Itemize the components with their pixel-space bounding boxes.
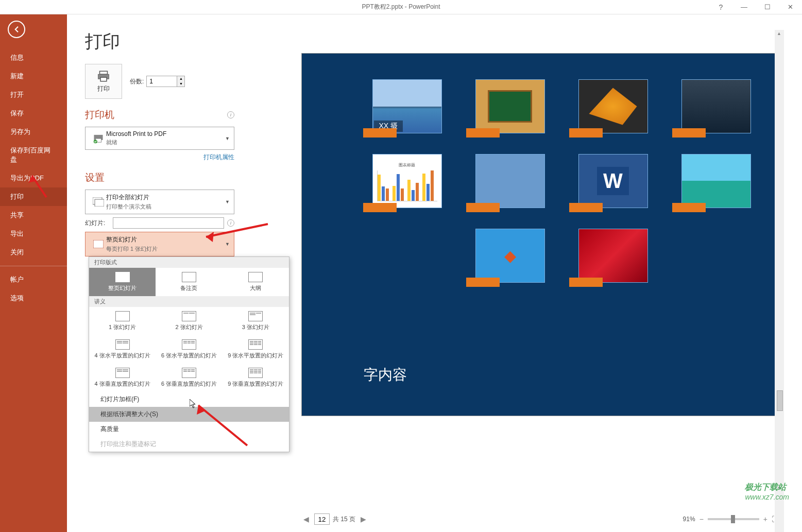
window-title: PPT教程2.pptx - PowerPoint [362,3,440,11]
slide-thumbnail [681,79,751,133]
scrollbar-thumb[interactable] [777,390,783,411]
handout-9h[interactable]: 9 张水平放置的幻灯片 [223,335,289,364]
layout-option-label: 6 张水平放置的幻灯片 [161,352,217,358]
svg-rect-0 [100,71,108,74]
copies-up-button[interactable]: ▲ [177,76,184,81]
page-number-input[interactable] [314,513,330,525]
zoom-out-button[interactable]: − [699,515,704,523]
handout-3[interactable]: 3 张幻灯片 [223,307,289,335]
thumbnail-label [466,203,500,212]
slide-thumbnail [578,154,648,208]
dropdown-arrow-icon: ▼ [225,199,230,204]
layout-option-full-page[interactable]: 整页幻灯片 [89,268,156,296]
prev-page-button[interactable]: ◀ [301,515,311,523]
option-print-comments: 打印批注和墨迹标记 [89,437,289,452]
sidebar-item-save[interactable]: 保存 [0,104,67,123]
preview-body-text: 字内容 [364,365,407,385]
maximize-button[interactable]: ☐ [756,0,779,14]
settings-section-header: 设置 [85,171,105,184]
chart-thumbnail: 图表标题 [373,155,441,208]
print-range-title: 打印全部幻灯片 [106,193,229,202]
print-button-label: 打印 [97,84,110,93]
slide-thumbnail: 图表标题 [372,154,442,208]
handout-1[interactable]: 1 张幻灯片 [89,307,156,335]
zoom-in-button[interactable]: + [763,515,767,523]
layout-option-label: 9 张水平放置的幻灯片 [228,352,283,358]
sidebar-item-open[interactable]: 打开 [0,85,67,104]
print-button[interactable]: 打印 [85,64,122,99]
zoom-slider[interactable] [708,518,759,520]
layout-option-outline[interactable]: 大纲 [223,268,289,296]
close-button[interactable]: ✕ [779,0,802,14]
handout-6h[interactable]: 6 张水平放置的幻灯片 [156,335,222,364]
handout-4h[interactable]: 4 张水平放置的幻灯片 [89,335,156,364]
dropdown-arrow-icon: ▼ [225,242,230,247]
layout-sub: 每页打印 1 张幻灯片 [106,245,229,253]
printer-status: 就绪 [106,139,229,146]
printer-properties-link[interactable]: 打印机属性 [85,153,234,162]
thumbnail-label [569,128,603,138]
option-scale-to-fit[interactable]: 根据纸张调整大小(S) [89,407,289,422]
sidebar-item-account[interactable]: 帐户 [0,270,67,289]
slides-input[interactable] [113,217,224,229]
watermark-title: 极光下载站 [745,483,786,491]
divider [0,266,67,266]
sidebar-item-options[interactable]: 选项 [0,289,67,307]
thumbnail-label [466,278,500,287]
thumbnail-label [363,203,397,212]
sidebar-item-new[interactable]: 新建 [0,67,67,85]
handout-9v[interactable]: 9 张垂直放置的幻灯片 [223,364,289,392]
sidebar-item-baidu[interactable]: 保存到百度网盘 [0,141,67,169]
svg-rect-8 [93,240,104,248]
layout-option-label: 备注页 [180,285,197,291]
handout-2[interactable]: 2 张幻灯片 [156,307,222,335]
layout-option-notes[interactable]: 备注页 [156,268,222,296]
sidebar-item-exportpdf[interactable]: 导出为PDF [0,169,67,187]
printer-dropdown[interactable]: Microsoft Print to PDF 就绪 ▼ [85,127,234,150]
slide-thumbnail [681,154,751,208]
handout-4v[interactable]: 4 张垂直放置的幻灯片 [89,364,156,392]
help-button[interactable]: ? [709,0,732,14]
zoom-slider-thumb[interactable] [731,515,735,523]
info-icon[interactable]: i [227,219,234,227]
layout-option-label: 整页幻灯片 [108,285,136,291]
copies-down-button[interactable]: ▼ [177,81,184,87]
printer-icon [96,70,111,82]
sidebar-item-print[interactable]: 打印 [0,187,67,206]
option-frame-slides[interactable]: 幻灯片加框(F) [89,392,289,407]
printer-status-icon [91,133,106,144]
layout-option-label: 2 张幻灯片 [175,324,202,330]
slides-label: 幻灯片: [85,219,110,228]
info-icon[interactable]: i [227,111,234,118]
slide-thumbnail [578,79,648,133]
thumbnail-label [569,203,603,212]
handout-6v[interactable]: 6 张垂直放置的幻灯片 [156,364,222,392]
print-range-sub: 打印整个演示文稿 [106,203,229,211]
sidebar-item-share[interactable]: 共享 [0,206,67,225]
next-page-button[interactable]: ▶ [359,515,368,523]
thumbnail-label [672,128,706,138]
layout-dropdown[interactable]: 整页幻灯片 每页打印 1 张幻灯片 ▼ [85,232,234,256]
copies-label: 份数: [130,77,144,86]
print-range-dropdown[interactable]: 打印全部幻灯片 打印整个演示文稿 ▼ [85,190,234,214]
slide-thumbnail [475,154,545,208]
cursor-icon [190,399,197,408]
chart-title: 图表标题 [377,162,437,168]
back-button[interactable] [8,21,25,38]
option-high-quality[interactable]: 高质量 [89,422,289,437]
layout-option-label: 4 张水平放置的幻灯片 [95,352,150,358]
sidebar-item-export[interactable]: 导出 [0,225,67,243]
zoom-percent[interactable]: 91% [683,516,695,523]
slide-thumbnail [475,229,545,283]
dropdown-arrow-icon: ▼ [225,136,230,141]
layout-dropdown-menu: 打印版式 整页幻灯片 备注页 大纲 讲义 1 张幻灯片 2 张幻灯片 3 张幻灯… [89,256,289,452]
sidebar-item-info[interactable]: 信息 [0,48,67,67]
minimize-button[interactable]: — [732,0,756,14]
thumbnail-label [672,203,706,212]
watermark-url: www.xz7.com [745,493,789,501]
back-arrow-icon [12,25,21,34]
vertical-scrollbar[interactable] [775,30,784,532]
copies-input[interactable] [146,76,177,87]
sidebar-item-close[interactable]: 关闭 [0,243,67,262]
sidebar-item-saveas[interactable]: 另存为 [0,123,67,141]
